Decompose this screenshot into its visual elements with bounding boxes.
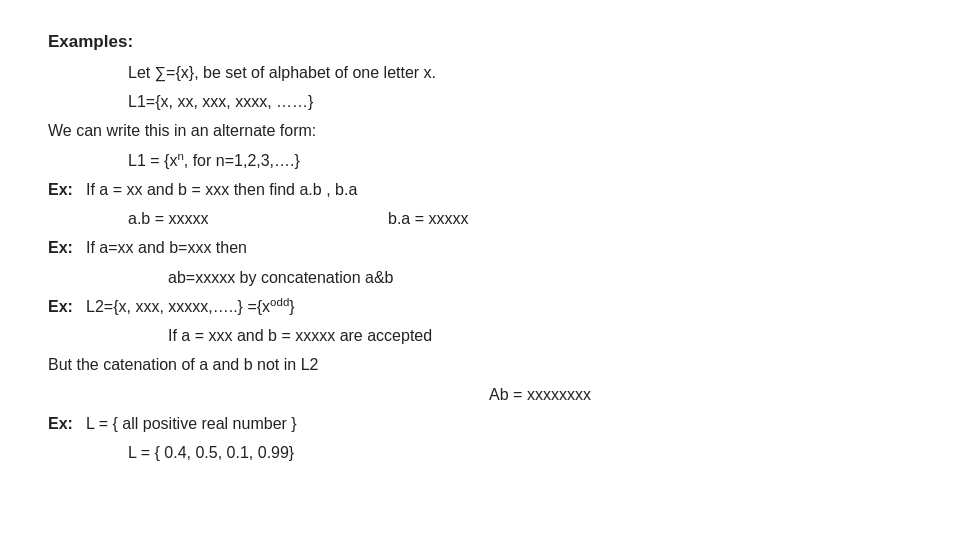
ex-label-2: Ex: [48,234,86,261]
line-9-text: L2={x, xxx, xxxxx,…..} ={xodd} [86,293,295,321]
line-10-text: If a = xxx and b = xxxxx are accepted [168,327,432,344]
line-3: We can write this in an alternate form: [48,117,912,144]
line-7: Ex: If a=xx and b=xxx then [48,234,912,261]
ex-label-3: Ex: [48,293,86,320]
line-4-text: L1 = {xn, for n=1,2,3,….} [128,152,300,169]
line-6-right: b.a = xxxxx [388,205,548,232]
line-1-text: Let ∑={x}, be set of alphabet of one let… [128,64,436,81]
line-9: Ex: L2={x, xxx, xxxxx,…..} ={xodd} [48,293,912,321]
line-1: Let ∑={x}, be set of alphabet of one let… [128,59,912,86]
line-14-text: L = { 0.4, 0.5, 0.1, 0.99} [128,444,294,461]
line-8: ab=xxxxx by concatenation a&b [168,264,912,291]
line-13-text: L = { all positive real number } [86,410,297,437]
line-11: But the catenation of a and b not in L2 [48,351,912,378]
line-14: L = { 0.4, 0.5, 0.1, 0.99} [128,439,912,466]
line-2: L1={x, xx, xxx, xxxx, ……} [128,88,912,115]
line-4: L1 = {xn, for n=1,2,3,….} [128,146,912,174]
page-content: Examples: Let ∑={x}, be set of alphabet … [0,0,960,496]
line-6-left: a.b = xxxxx [128,205,388,232]
line-6: a.b = xxxxx b.a = xxxxx [128,205,912,232]
line-3-text: We can write this in an alternate form: [48,122,316,139]
line-5: Ex: If a = xx and b = xxx then find a.b … [48,176,912,203]
line-2-text: L1={x, xx, xxx, xxxx, ……} [128,93,313,110]
line-12: Ab = xxxxxxxx [48,381,912,408]
line-5-text: If a = xx and b = xxx then find a.b , b.… [86,176,357,203]
line-12-text: Ab = xxxxxxxx [489,386,591,403]
line-8-text: ab=xxxxx by concatenation a&b [168,269,393,286]
line-7-text: If a=xx and b=xxx then [86,234,247,261]
line-10: If a = xxx and b = xxxxx are accepted [168,322,912,349]
ex-label-4: Ex: [48,410,86,437]
ex-label-1: Ex: [48,176,86,203]
line-11-text: But the catenation of a and b not in L2 [48,356,318,373]
line-13: Ex: L = { all positive real number } [48,410,912,437]
section-title: Examples: [48,28,912,57]
